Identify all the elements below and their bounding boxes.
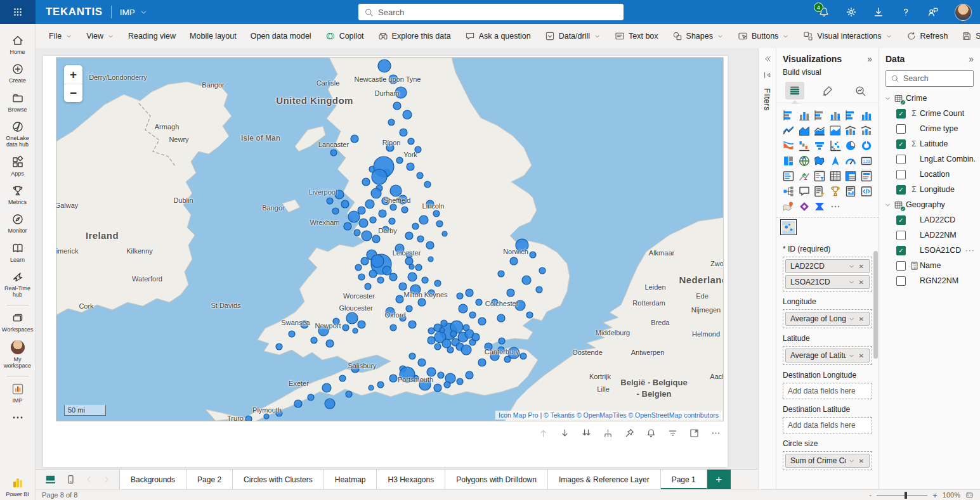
azure-map-visual-icon[interactable] (828, 154, 842, 167)
chevron-down-icon[interactable] (884, 95, 891, 102)
map-bubble[interactable] (419, 379, 431, 390)
field-row-lnglat-combin-[interactable]: LngLat Combin... (879, 151, 980, 167)
field-row-lsoa21cd[interactable]: ✓LSOA21CD··· (879, 243, 980, 258)
field-well[interactable]: LAD22CD✕LSOA21CD✕ (783, 257, 872, 292)
go-to-next-level-icon[interactable] (581, 428, 592, 439)
sidebar-item-my-workspace[interactable]: My workspace (0, 337, 35, 373)
map-bubble[interactable] (341, 200, 349, 208)
map-bubble[interactable] (403, 110, 412, 119)
field-checkbox[interactable]: ✓ (896, 246, 906, 255)
map-bubble[interactable] (393, 102, 401, 110)
map-bubble[interactable] (469, 312, 476, 318)
map-bubble[interactable] (426, 241, 434, 249)
map-bubble[interactable] (245, 416, 252, 421)
map-bubble[interactable] (276, 343, 282, 350)
map-bubble[interactable] (390, 324, 396, 331)
map-bubble[interactable] (371, 188, 381, 198)
sidebar-item-onelake-data-hub[interactable]: OneLake data hub (0, 117, 35, 152)
funnel-chart-visual-icon[interactable] (813, 139, 826, 152)
menu-item-text-box[interactable]: Text box (608, 24, 665, 48)
chevron-down-icon[interactable] (884, 202, 891, 208)
field-checkbox[interactable] (896, 155, 906, 164)
field-well[interactable]: Sum of Crime Count✕ (783, 451, 872, 470)
clustered-bar-chart-visual-icon[interactable] (813, 108, 826, 122)
page-tab-backgrounds[interactable]: Backgrounds (119, 470, 186, 489)
map-bubble[interactable] (428, 257, 433, 262)
map-bubble[interactable] (378, 60, 391, 72)
map-bubble[interactable] (400, 315, 406, 321)
map-zoom-in-button[interactable]: + (64, 65, 82, 84)
chevron-down-icon[interactable] (846, 316, 857, 323)
map-bubble[interactable] (485, 343, 492, 350)
stacked-area-chart-visual-icon[interactable] (813, 124, 826, 137)
table-row-crime[interactable]: ✓Crime (879, 91, 980, 106)
global-search-input[interactable]: Search (358, 4, 624, 20)
map-bubble[interactable] (344, 222, 351, 230)
map-bubble[interactable] (428, 328, 434, 334)
map-bubble[interactable] (440, 328, 445, 333)
sidebar-item-learn[interactable]: Learn (0, 238, 35, 267)
python-visual-visual-icon[interactable] (859, 184, 873, 198)
map-bubble[interactable] (520, 353, 526, 359)
map-bubble[interactable] (516, 239, 528, 252)
map-bubble[interactable] (398, 195, 407, 204)
menu-item-copilot[interactable]: Copilot (318, 24, 371, 48)
map-bubble[interactable] (339, 375, 346, 381)
map-bubble[interactable] (419, 215, 428, 224)
zoom-slider[interactable] (877, 495, 927, 496)
map-bubble[interactable] (395, 87, 407, 98)
map-bubble[interactable] (410, 285, 421, 295)
field-row-lad22nm[interactable]: LAD22NM (879, 228, 980, 243)
map-bubble[interactable] (526, 312, 533, 318)
build-visual-tab[interactable] (785, 82, 804, 99)
map-bubble[interactable] (390, 185, 402, 196)
map-bubble[interactable] (499, 338, 505, 344)
map-bubble[interactable] (379, 210, 386, 217)
map-bubble[interactable] (472, 333, 480, 341)
map-bubble[interactable] (359, 219, 368, 228)
download-icon[interactable] (873, 6, 884, 18)
multi-row-card-visual-icon[interactable] (781, 169, 795, 183)
map-bubble[interactable] (417, 236, 424, 242)
pin-pane-icon[interactable] (763, 71, 771, 79)
map-bubble[interactable] (389, 218, 395, 224)
sidebar-item-create[interactable]: Create (0, 59, 35, 87)
map-bubble[interactable] (358, 274, 365, 280)
map-bubble[interactable] (351, 365, 359, 373)
pin-visual-icon[interactable] (624, 428, 635, 439)
map-bubble[interactable] (395, 244, 404, 253)
map-bubble[interactable] (466, 289, 473, 297)
map-bubble[interactable] (427, 368, 436, 376)
metrics-visual-visual-icon[interactable] (828, 184, 842, 198)
clustered-column-chart-visual-icon[interactable] (828, 108, 842, 122)
map-bubble[interactable] (390, 204, 396, 210)
remove-field-icon[interactable]: ✕ (857, 279, 866, 286)
map-bubble[interactable] (406, 305, 412, 312)
field-pill[interactable]: Sum of Crime Count✕ (785, 454, 870, 468)
decomposition-tree-visual-icon[interactable] (781, 184, 795, 198)
sidebar-item-imp[interactable]: IMP (0, 379, 35, 407)
map-bubble[interactable] (396, 295, 403, 303)
slicer-visual-icon[interactable] (813, 169, 826, 183)
sidebar-item-apps[interactable]: Apps (0, 152, 35, 181)
kpi-visual-icon[interactable] (797, 169, 811, 183)
notifications-icon[interactable]: 4 (818, 6, 830, 18)
map-bubble[interactable] (405, 257, 413, 265)
map-bubble[interactable] (415, 264, 422, 271)
field-well[interactable]: Average of Longitude✕ (783, 309, 872, 328)
remove-field-icon[interactable]: ✕ (857, 352, 866, 359)
menu-item-visual-interactions[interactable]: Visual interactions (796, 24, 899, 48)
map-bubble[interactable] (476, 299, 482, 305)
field-row-longitude[interactable]: ✓ΣLongitude (879, 182, 980, 197)
map-bubble[interactable] (382, 226, 389, 233)
map-bubble[interactable] (539, 267, 546, 274)
map-bubble[interactable] (428, 290, 434, 296)
remove-field-icon[interactable]: ✕ (857, 316, 866, 323)
line-and-clustered-column-chart-visual-icon[interactable] (859, 124, 873, 137)
map-bubble[interactable] (386, 144, 394, 151)
expand-filters-icon[interactable] (763, 54, 772, 63)
menu-item-data-drill[interactable]: Data/drill (538, 24, 608, 48)
zoom-in-button[interactable]: + (932, 490, 938, 500)
prev-page-icon[interactable] (85, 475, 93, 484)
100-stacked-area-chart-visual-icon[interactable] (828, 124, 842, 137)
